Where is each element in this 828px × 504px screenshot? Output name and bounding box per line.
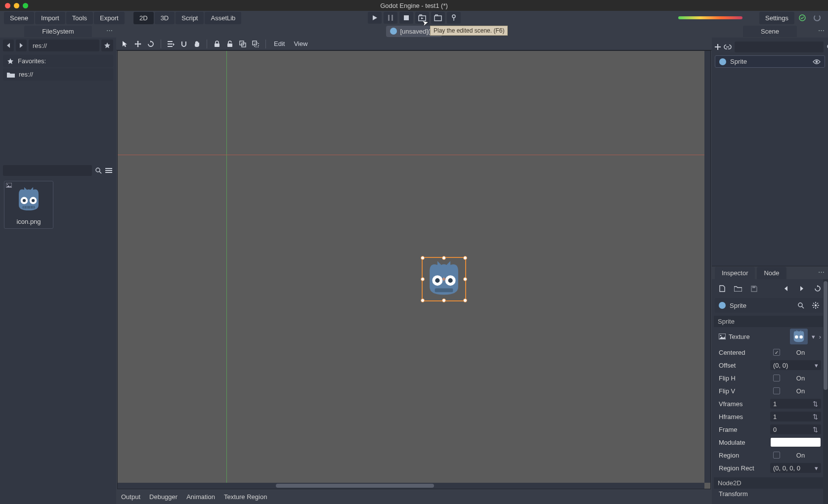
bottom-output-tab[interactable]: Output — [121, 493, 140, 501]
resize-handle[interactable] — [421, 298, 425, 302]
play-button[interactable] — [368, 12, 382, 24]
viewport-view-menu[interactable]: View — [290, 39, 311, 49]
fs-root-row[interactable]: res:// — [3, 68, 113, 81]
filesystem-dock-tab[interactable]: FileSystem — [24, 26, 91, 37]
rotate-tool[interactable] — [145, 39, 157, 49]
move-tool[interactable] — [132, 39, 144, 49]
prop-texture-dropdown[interactable]: ▾ — [812, 333, 815, 340]
svg-point-42 — [816, 60, 818, 63]
prop-regionrect-field[interactable]: (0, 0, 0, 0▾ — [770, 463, 821, 473]
canvas-viewport[interactable]: + — [117, 50, 711, 489]
menu-tools[interactable]: Tools — [66, 12, 93, 24]
menu-import[interactable]: Import — [35, 12, 65, 24]
workspace-3d-tab[interactable]: 3D — [155, 12, 175, 24]
list-select-tool[interactable] — [165, 39, 177, 49]
prop-modulate-swatch[interactable] — [770, 437, 821, 447]
workspace-assetlib-tab[interactable]: AssetLib — [205, 12, 241, 24]
inspector-tab[interactable]: Inspector — [715, 267, 755, 279]
resize-handle[interactable] — [421, 256, 425, 260]
prop-hframes-field[interactable]: 1⇅ — [770, 412, 821, 421]
group-tool[interactable] — [237, 39, 249, 49]
add-node-button[interactable] — [715, 42, 721, 52]
insp-new-resource-button[interactable] — [717, 283, 728, 294]
workspace-script-tab[interactable]: Script — [175, 12, 204, 24]
insp-settings-button[interactable] — [810, 300, 821, 311]
scene-root-node[interactable]: Sprite — [715, 55, 825, 68]
scrollbar-thumb[interactable] — [276, 484, 434, 488]
svg-rect-25 — [168, 43, 173, 44]
filesystem-dock-options[interactable]: ⋯ — [105, 27, 113, 34]
bottom-textureregion-tab[interactable]: Texture Region — [224, 493, 267, 501]
window-close-button[interactable] — [5, 3, 10, 8]
prop-centered-label: Centered — [719, 349, 766, 356]
inspector-scrollbar[interactable] — [823, 279, 828, 504]
prop-vframes-field[interactable]: 1⇅ — [770, 399, 821, 409]
viewport-scrollbar-vertical[interactable] — [704, 51, 710, 483]
insp-history-back[interactable] — [781, 283, 791, 294]
scene-tree-filter-input[interactable] — [735, 42, 824, 52]
prop-texture-thumb[interactable] — [790, 329, 808, 344]
insp-save-resource-button[interactable] — [748, 283, 759, 294]
fs-file-item[interactable]: icon.png — [4, 181, 53, 229]
snap-tool[interactable] — [178, 39, 190, 49]
prop-region-checkbox[interactable] — [773, 452, 780, 459]
insp-history-reset[interactable] — [812, 283, 823, 294]
resize-handle[interactable] — [463, 277, 467, 281]
insp-history-forward[interactable] — [796, 283, 807, 294]
workspace-2d-tab[interactable]: 2D — [133, 12, 154, 24]
window-zoom-button[interactable] — [23, 3, 28, 8]
instance-scene-button[interactable] — [724, 42, 732, 52]
fs-view-mode-button[interactable] — [105, 165, 114, 176]
bottom-debugger-tab[interactable]: Debugger — [149, 493, 177, 501]
performance-meter — [678, 16, 742, 19]
window-title: Godot Engine - test1 (*) — [380, 2, 448, 9]
fs-back-button[interactable] — [3, 40, 14, 51]
prop-frame-field[interactable]: 0⇅ — [770, 424, 821, 434]
fs-path-field[interactable]: res:// — [29, 40, 99, 51]
fs-search-button[interactable] — [94, 165, 103, 176]
lock-tool[interactable] — [211, 39, 223, 49]
settings-button[interactable]: Settings — [759, 12, 794, 24]
resize-handle[interactable] — [421, 277, 425, 281]
selected-sprite[interactable]: + — [422, 257, 466, 301]
pan-tool[interactable] — [191, 39, 203, 49]
menu-scene[interactable]: Scene — [4, 12, 34, 24]
inspected-class-label: Sprite — [730, 302, 746, 309]
node-visibility-toggle[interactable] — [813, 59, 821, 65]
fs-search-input[interactable] — [3, 165, 92, 176]
window-minimize-button[interactable] — [14, 3, 19, 8]
node-tab[interactable]: Node — [757, 267, 786, 279]
resize-handle[interactable] — [442, 298, 446, 302]
insp-load-resource-button[interactable] — [733, 283, 743, 294]
select-tool[interactable] — [119, 39, 131, 49]
origin-guide-vertical — [226, 51, 227, 489]
ungroup-tool[interactable] — [250, 39, 261, 49]
prop-fliph-checkbox[interactable] — [773, 375, 780, 381]
viewport-scrollbar-horizontal[interactable] — [118, 483, 704, 489]
fs-favorites-row[interactable]: Favorites: — [3, 55, 113, 67]
debug-options-button[interactable] — [447, 12, 461, 24]
main-viewport-area: Edit View — [116, 38, 712, 504]
prop-texture-expand[interactable]: › — [819, 333, 821, 340]
pause-button[interactable] — [384, 12, 397, 24]
fs-forward-button[interactable] — [16, 40, 27, 51]
prop-centered-checkbox[interactable]: ✓ — [773, 349, 780, 356]
unlock-tool[interactable] — [224, 39, 236, 49]
resize-handle[interactable] — [442, 256, 446, 260]
fs-favorite-toggle[interactable] — [101, 40, 113, 51]
svg-line-9 — [99, 171, 101, 173]
prop-flipv-checkbox[interactable] — [773, 387, 780, 394]
inspector-dock-options[interactable]: ⋯ — [817, 268, 825, 275]
stop-button[interactable] — [399, 12, 413, 24]
resize-handle[interactable] — [463, 256, 467, 260]
insp-search-button[interactable] — [795, 300, 806, 311]
prop-offset-field[interactable]: (0, 0)▾ — [770, 360, 821, 370]
scene-dock-tab[interactable]: Scene — [743, 26, 797, 37]
menu-export[interactable]: Export — [94, 12, 125, 24]
bottom-animation-tab[interactable]: Animation — [186, 493, 215, 501]
resize-handle[interactable] — [463, 298, 467, 302]
play-custom-scene-button[interactable] — [431, 12, 445, 24]
inspector-scrollbar-thumb[interactable] — [824, 281, 828, 390]
scene-dock-options[interactable]: ⋯ — [817, 27, 825, 34]
viewport-edit-menu[interactable]: Edit — [270, 39, 289, 49]
